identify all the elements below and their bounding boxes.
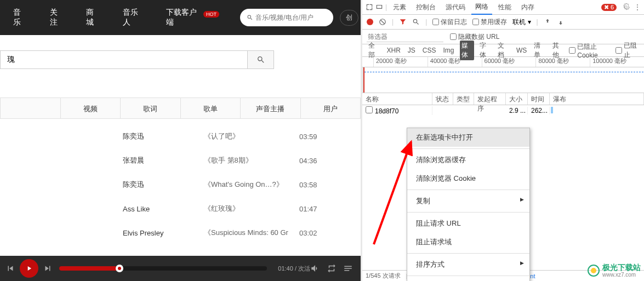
device-icon[interactable] [375,3,383,11]
site-nav: 音乐 关注 商城 音乐人 下载客户端 HOT 创 [0,0,361,35]
search-icon [247,14,253,21]
preserve-log-checkbox[interactable]: 保留日志 [432,18,467,27]
tab-playlist[interactable]: 歌单 [181,98,241,118]
song-row[interactable]: Ass Like《红玫瑰》01:47 [0,197,361,221]
tab-video[interactable]: 视频 [61,98,121,118]
type-Img[interactable]: Img [442,46,456,55]
dt-tab-performance[interactable]: 性能 [494,1,515,14]
song-album[interactable]: 《认了吧》 [204,131,299,141]
nav-musician[interactable]: 音乐人 [112,0,156,35]
song-album[interactable]: 《红玫瑰》 [204,204,299,214]
col-time[interactable]: 时间 [528,93,550,105]
type-WS[interactable]: WS [515,46,528,55]
nav-follow[interactable]: 关注 [39,0,76,35]
progress-bar[interactable] [59,266,267,271]
tab-0[interactable] [1,98,61,118]
song-album[interactable]: 《歌手 第8期》 [204,156,299,165]
record-button[interactable] [367,19,373,25]
network-row[interactable]: 18d8f70 2.9 ... 262... [362,105,644,116]
song-row[interactable]: 张碧晨《歌手 第8期》04:36 [0,148,361,173]
menu-item[interactable]: 清除浏览器缓存 [407,151,529,169]
tick-20000: 20000 毫秒 [373,57,428,67]
type-XHR[interactable]: XHR [385,46,402,55]
col-size[interactable]: 大小 [506,93,528,105]
inspect-icon[interactable] [366,3,373,11]
prev-icon[interactable] [5,263,15,273]
menu-item[interactable]: 清除浏览器 Cookie [407,169,529,188]
song-duration: 03:02 [299,229,332,237]
dt-tab-sources[interactable]: 源代码 [442,1,469,14]
dt-tab-memory[interactable]: 内存 [517,1,538,14]
menu-item[interactable]: 复制▶ [407,192,529,210]
result-tabs: 视频 歌词 歌单 声音主播 用户 [0,98,361,119]
main-search [0,50,274,69]
nav-download[interactable]: 下载客户端 HOT [155,0,230,35]
menu-item[interactable]: 阻止请求域 [407,233,529,251]
menu-item[interactable]: 在新选项卡中打开 [407,128,529,147]
col-name[interactable]: 名称 [362,93,432,105]
song-list: 陈奕迅《认了吧》03:59张碧晨《歌手 第8期》04:36陈奕迅《What's … [0,124,361,245]
disable-cache-checkbox[interactable]: 禁用缓存 [472,18,507,27]
playlist-icon[interactable] [343,263,353,273]
hide-data-urls-checkbox[interactable]: 隐藏数据 URL [450,32,499,42]
col-initiator[interactable]: 发起程序 [474,93,506,105]
timeline-header: 20000 毫秒 40000 毫秒 60000 毫秒 80000 毫秒 1000… [362,57,644,67]
download-icon[interactable] [557,18,565,26]
search-icon [257,55,265,64]
play-icon [25,265,33,272]
upload-icon[interactable] [544,18,551,26]
volume-icon[interactable] [310,263,320,273]
clear-icon[interactable] [379,18,386,26]
timeline-overview[interactable] [362,67,644,93]
song-artist: Ass Like [123,205,204,213]
watermark: 极光下载站www.xz7.com [587,263,641,278]
tab-podcast[interactable]: 声音主播 [241,98,301,118]
main-search-button[interactable] [247,51,273,68]
hot-badge: HOT [203,11,219,18]
song-row[interactable]: 陈奕迅《认了吧》03:59 [0,124,361,148]
type-CSS[interactable]: CSS [421,46,438,55]
dt-tab-console[interactable]: 控制台 [412,1,440,14]
online-select[interactable]: 联机 ▾ [512,18,531,27]
loop-icon[interactable] [327,263,337,273]
tab-lyrics[interactable]: 歌词 [121,98,181,118]
song-duration: 04:36 [299,157,332,165]
gear-icon[interactable] [622,3,630,11]
tick-40000: 40000 毫秒 [428,57,482,67]
create-button[interactable]: 创 [340,10,358,26]
nav-shop[interactable]: 商城 [75,0,112,35]
col-waterfall[interactable]: 瀑布 [550,93,644,105]
menu-item[interactable]: 标题选项▶ [407,278,529,281]
filter-icon[interactable] [399,18,407,26]
nav-music[interactable]: 音乐 [2,0,39,35]
dt-tab-elements[interactable]: 元素 [389,1,410,14]
main-search-input[interactable] [1,51,247,68]
song-artist: 张碧晨 [123,156,204,165]
dt-tab-network[interactable]: 网络 [471,0,492,15]
next-icon[interactable] [43,263,53,273]
song-album[interactable]: 《What's Going On…?》 [204,180,299,190]
time-display: 01:40 / 次活 [278,265,310,273]
menu-item[interactable]: 阻止请求 URL [407,214,529,233]
play-button[interactable] [20,259,38,278]
search-icon[interactable] [412,18,420,26]
tick-80000: 80000 毫秒 [535,57,590,67]
col-type[interactable]: 类型 [453,93,474,105]
error-badge[interactable]: ✖ 6 [601,4,617,11]
tab-user[interactable]: 用户 [301,98,361,118]
col-status[interactable]: 状态 [432,93,453,105]
song-artist: Elvis Presley [123,229,204,237]
song-artist: 陈奕迅 [123,131,204,141]
nav-search-box[interactable] [240,9,333,26]
menu-item[interactable]: 排序方式▶ [407,255,529,274]
network-table-header: 名称 状态 类型 发起程序 大小 时间 瀑布 [362,93,644,105]
song-row[interactable]: 陈奕迅《What's Going On…?》03:58 [0,173,361,197]
svg-point-3 [591,268,596,273]
nav-search-input[interactable] [255,14,327,21]
song-album[interactable]: 《Suspicious Minds: 60 Gr [204,228,299,238]
blocked-cookie-checkbox[interactable]: 已阻止 Cookie [569,42,612,59]
song-row[interactable]: Elvis Presley《Suspicious Minds: 60 Gr03:… [0,221,361,245]
type-JS[interactable]: JS [406,46,417,55]
tick-60000: 60000 毫秒 [482,57,536,67]
song-duration: 03:58 [299,181,332,189]
